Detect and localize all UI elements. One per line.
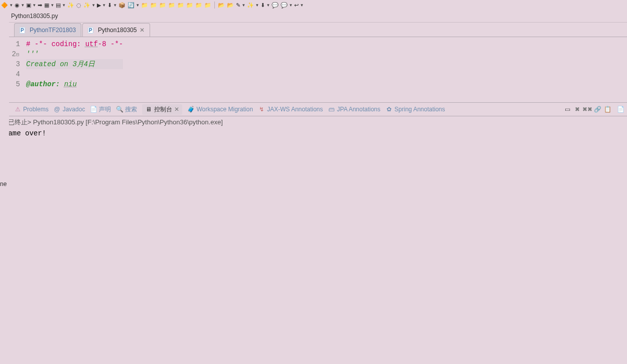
view-tab-label: 控制台 xyxy=(154,105,172,114)
view-tab-label: Workspace Migration xyxy=(196,106,253,113)
toolbar-play-icon[interactable]: ▶ xyxy=(97,2,101,9)
view-tab-JAX-WS Annotations[interactable]: ↯JAX-WS Annotations xyxy=(258,106,323,113)
python-file-icon: P xyxy=(88,27,95,34)
toolbar-dropdown-icon[interactable]: ▾ xyxy=(301,2,303,9)
toolbar-dropdown-icon[interactable]: ▾ xyxy=(242,2,245,9)
toolbar-folder-open-icon[interactable]: 📂 xyxy=(227,2,234,9)
view-action-page-icon[interactable]: 📄 xyxy=(617,106,624,113)
view-tab-label: Spring Annotations xyxy=(395,106,445,113)
toolbar-blue-square-icon[interactable]: ▣ xyxy=(26,2,31,9)
toolbar-dropdown-icon[interactable]: ▾ xyxy=(33,2,36,9)
editor-area: PPythonTF201803PPython180305✕ 12⊟345 # -… xyxy=(0,23,627,102)
toolbar-folder-icon[interactable]: 📁 xyxy=(141,2,148,9)
toolbar-dropdown-icon[interactable]: ▾ xyxy=(114,2,116,9)
code-view[interactable]: 12⊟345 # -*- coding: utf-8 -*-'''Created… xyxy=(0,37,627,102)
view-tab-Workspace Migration[interactable]: 🧳Workspace Migration xyxy=(187,106,253,113)
view-tab-Javadoc[interactable]: @Javadoc xyxy=(54,106,85,113)
code-line[interactable]: Created on 3月4日 xyxy=(26,59,123,69)
toolbar-down-icon[interactable]: ⬇ xyxy=(261,2,265,9)
view-tab-label: 搜索 xyxy=(125,105,137,114)
toolbar-dropdown-icon[interactable]: ▾ xyxy=(63,2,65,9)
view-tab-JPA Annotations[interactable]: 🗃JPA Annotations xyxy=(328,106,381,113)
toolbar-circle-icon[interactable]: ◌ xyxy=(76,2,81,9)
toolbar-back-icon[interactable]: ↩ xyxy=(294,2,299,9)
code-line[interactable] xyxy=(26,69,123,79)
code-line[interactable]: ''' xyxy=(26,49,123,59)
toolbar-folder-icon[interactable]: 📁 xyxy=(186,2,193,9)
view-tab-声明[interactable]: 📄声明 xyxy=(90,105,111,114)
close-icon[interactable]: ✕ xyxy=(174,106,179,113)
jpa-icon: 🗃 xyxy=(328,106,335,113)
editor-tab-label: PythonTF201803 xyxy=(30,27,76,34)
toolbar-wand-icon[interactable]: ✨ xyxy=(67,2,74,9)
toolbar-orange-icon[interactable]: 🔶 xyxy=(1,2,8,9)
view-tab-label: Problems xyxy=(23,106,49,113)
toolbar-pencil-icon[interactable]: ✎ xyxy=(236,2,240,9)
toolbar-folder-icon[interactable]: 📁 xyxy=(150,2,157,9)
view-tab-Problems[interactable]: ⚠Problems xyxy=(14,106,49,113)
toolbar-folder-open-icon[interactable]: 📂 xyxy=(218,2,225,9)
view-action-remove-x-icon[interactable]: ✖ xyxy=(574,106,581,113)
migrate-icon: 🧳 xyxy=(187,106,194,113)
python-file-icon: P xyxy=(20,27,27,34)
toolbar-dropdown-icon[interactable]: ▾ xyxy=(267,2,270,9)
view-action-remove-xx-icon[interactable]: ✖✖ xyxy=(584,106,591,113)
breadcrumb-file: Python180305.py xyxy=(11,13,58,20)
code-line[interactable]: @author: niu xyxy=(26,79,123,89)
toolbar-folder-icon[interactable]: 📁 xyxy=(168,2,175,9)
view-tab-label: 声明 xyxy=(99,105,111,114)
view-tab-label: Javadoc xyxy=(63,106,85,113)
code-line[interactable]: # -*- coding: utf-8 -*- xyxy=(26,39,123,49)
toolbar-folder-icon[interactable]: 📁 xyxy=(159,2,166,9)
toolbar-chat-icon[interactable]: 💬 xyxy=(281,2,288,9)
toolbar-dropdown-icon[interactable]: ▾ xyxy=(256,2,259,9)
left-strip: ne xyxy=(0,10,9,364)
bottom-panel: ⚠Problems@Javadoc📄声明🔍搜索🖥控制台✕🧳Workspace M… xyxy=(0,102,627,364)
problems-icon: ⚠ xyxy=(14,106,21,113)
toolbar-chat-icon[interactable]: 💬 xyxy=(272,2,279,9)
toolbar-folder-icon[interactable]: 📁 xyxy=(204,2,211,9)
toolbar-folder-icon[interactable]: 📁 xyxy=(195,2,202,9)
toolbar-wand-icon[interactable]: ✨ xyxy=(83,2,90,9)
editor-tab[interactable]: PPython180305✕ xyxy=(82,23,150,37)
editor-tab[interactable]: PPythonTF201803 xyxy=(14,23,81,37)
toolbar-arrow-right-icon[interactable]: ➡ xyxy=(38,2,42,9)
view-action-copy-icon[interactable]: 📋 xyxy=(604,106,611,113)
views-tabbar: ⚠Problems@Javadoc📄声明🔍搜索🖥控制台✕🧳Workspace M… xyxy=(0,103,627,116)
outline-fragment: ne xyxy=(0,180,7,188)
toolbar-dropdown-icon[interactable]: ▾ xyxy=(92,2,95,9)
view-action-minimize-icon[interactable]: ▭ xyxy=(564,106,571,113)
toolbar-dropdown-icon[interactable]: ▾ xyxy=(290,2,292,9)
view-action-link-icon[interactable]: 🔗 xyxy=(594,106,601,113)
main-toolbar: 🔶▾◉▾▣▾➡▦▾▤▾✨◌✨▾▶▾⬇▾📦🔄▾📁📁📁📁📁📁📁📁📂📂✎▾✨▾⬇▾💬💬… xyxy=(0,0,627,10)
code-body[interactable]: # -*- coding: utf-8 -*-'''Created on 3月4… xyxy=(23,37,123,102)
toolbar-grid-icon[interactable]: ▦ xyxy=(44,2,49,9)
console-icon: 🖥 xyxy=(145,106,152,113)
toolbar-green-dot-icon[interactable]: ◉ xyxy=(15,2,20,9)
view-tab-Spring Annotations[interactable]: ✿Spring Annotations xyxy=(386,106,445,113)
editor-tabbar: PPythonTF201803PPython180305✕ xyxy=(0,23,627,37)
toolbar-refresh-icon[interactable]: 🔄 xyxy=(128,2,135,9)
toolbar-dropdown-icon[interactable]: ▾ xyxy=(10,2,13,9)
search-icon: 🔍 xyxy=(116,106,123,113)
toolbar-dropdown-icon[interactable]: ▾ xyxy=(22,2,24,9)
spring-icon: ✿ xyxy=(386,106,393,113)
view-tab-label: JAX-WS Annotations xyxy=(267,106,323,113)
toolbar-dl-icon[interactable]: ⬇ xyxy=(107,2,112,9)
view-tab-控制台[interactable]: 🖥控制台✕ xyxy=(142,104,182,115)
toolbar-dropdown-icon[interactable]: ▾ xyxy=(103,2,105,9)
javadoc-icon: @ xyxy=(54,106,61,113)
toolbar-grid-small-icon[interactable]: ▤ xyxy=(56,2,61,9)
close-icon[interactable]: ✕ xyxy=(140,27,145,34)
editor-tab-label: Python180305 xyxy=(98,27,137,34)
toolbar-box-icon[interactable]: 📦 xyxy=(118,2,126,9)
console-output[interactable]: Game over! xyxy=(0,128,627,364)
toolbar-wand-icon[interactable]: ✨ xyxy=(247,2,254,9)
toolbar-folder-icon[interactable]: 📁 xyxy=(177,2,184,9)
jaxws-icon: ↯ xyxy=(258,106,265,113)
breadcrumb: P Python180305.py xyxy=(0,10,627,23)
view-tab-搜索[interactable]: 🔍搜索 xyxy=(116,105,137,114)
toolbar-dropdown-icon[interactable]: ▾ xyxy=(137,2,139,9)
view-tab-label: JPA Annotations xyxy=(337,106,381,113)
toolbar-dropdown-icon[interactable]: ▾ xyxy=(51,2,54,9)
